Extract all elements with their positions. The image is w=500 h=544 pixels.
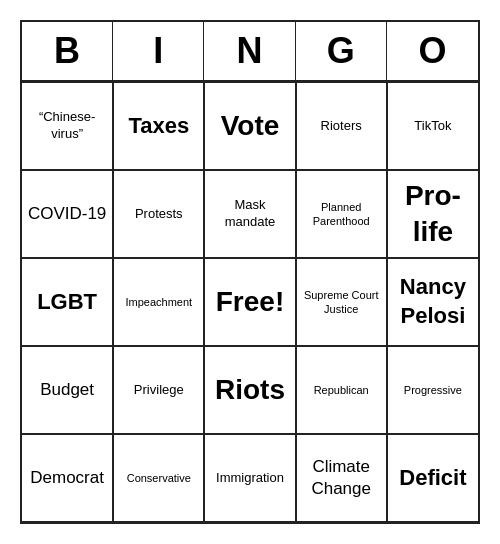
bingo-header: B I N G O [22, 22, 478, 82]
bingo-cell[interactable]: Supreme Court Justice [296, 258, 387, 346]
letter-o: O [387, 22, 478, 80]
bingo-cell[interactable]: LGBT [22, 258, 113, 346]
letter-b: B [22, 22, 113, 80]
bingo-cell[interactable]: Free! [204, 258, 295, 346]
bingo-cell[interactable]: Planned Parenthood [296, 170, 387, 258]
bingo-cell[interactable]: Deficit [387, 434, 478, 522]
bingo-cell[interactable]: Riots [204, 346, 295, 434]
bingo-cell[interactable]: Democrat [22, 434, 113, 522]
bingo-cell[interactable]: Pro-life [387, 170, 478, 258]
bingo-cell[interactable]: Republican [296, 346, 387, 434]
bingo-cell[interactable]: Budget [22, 346, 113, 434]
bingo-cell[interactable]: Taxes [113, 82, 204, 170]
bingo-cell[interactable]: “Chinese-virus” [22, 82, 113, 170]
bingo-cell[interactable]: COVID-19 [22, 170, 113, 258]
letter-g: G [296, 22, 387, 80]
bingo-cell[interactable]: Mask mandate [204, 170, 295, 258]
bingo-cell[interactable]: Impeachment [113, 258, 204, 346]
bingo-cell[interactable]: Rioters [296, 82, 387, 170]
bingo-cell[interactable]: Immigration [204, 434, 295, 522]
letter-n: N [204, 22, 295, 80]
bingo-cell[interactable]: Conservative [113, 434, 204, 522]
bingo-cell[interactable]: Protests [113, 170, 204, 258]
bingo-card: B I N G O “Chinese-virus”TaxesVoteRioter… [20, 20, 480, 524]
bingo-cell[interactable]: Vote [204, 82, 295, 170]
bingo-cell[interactable]: Privilege [113, 346, 204, 434]
bingo-cell[interactable]: Nancy Pelosi [387, 258, 478, 346]
bingo-cell[interactable]: Climate Change [296, 434, 387, 522]
letter-i: I [113, 22, 204, 80]
bingo-cell[interactable]: TikTok [387, 82, 478, 170]
bingo-cell[interactable]: Progressive [387, 346, 478, 434]
bingo-grid: “Chinese-virus”TaxesVoteRiotersTikTokCOV… [22, 82, 478, 522]
